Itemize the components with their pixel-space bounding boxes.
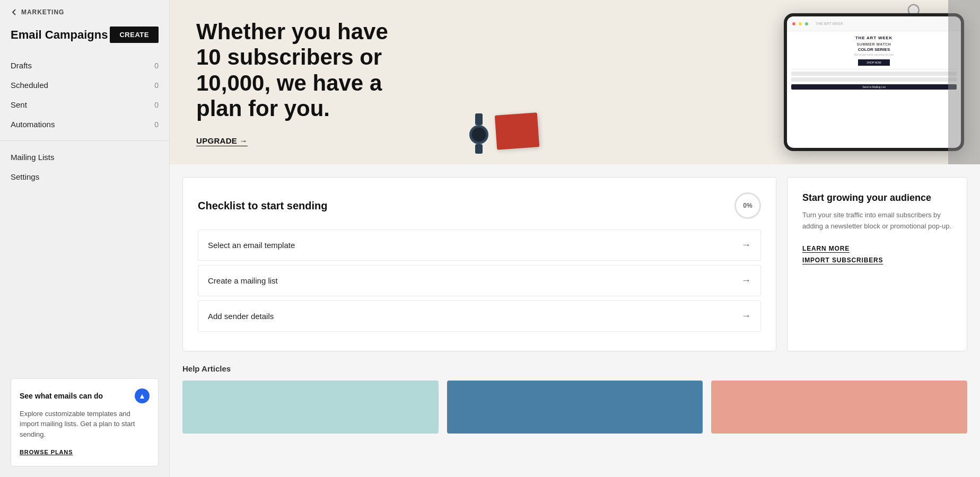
tablet-mockup: THE ART WEEK THE ART WEEK SUMMER WATCH C… xyxy=(784,13,964,151)
tablet-body: THE ART WEEK SUMMER WATCH COLOR SERIES W… xyxy=(787,31,961,94)
watch-strap-bottom xyxy=(475,144,483,154)
tablet-nav-bar: THE ART WEEK xyxy=(787,16,961,31)
sidebar-nav: Drafts 0 Scheduled 0 Sent 0 Automations … xyxy=(0,56,169,187)
tablet-cta-button: SHOP NOW xyxy=(858,59,890,66)
audience-title: Start growing your audience xyxy=(802,192,952,204)
tablet-input-2 xyxy=(791,77,957,82)
sidebar-item-scheduled[interactable]: Scheduled 0 xyxy=(0,75,169,95)
watch-decoration xyxy=(469,113,488,154)
promo-icon: ▲ xyxy=(135,388,150,403)
sidebar-item-drafts[interactable]: Drafts 0 xyxy=(0,56,169,75)
promo-text: Explore customizable templates and impor… xyxy=(20,409,150,440)
watch-inner xyxy=(472,128,486,142)
audience-card: Start growing your audience Turn your si… xyxy=(787,177,967,351)
help-cards-container xyxy=(182,381,967,434)
checklist-card: Checklist to start sending 0% Select an … xyxy=(182,177,776,351)
tablet-campaign-title: COLOR SERIES xyxy=(791,47,957,52)
checklist-template-label: Select an email template xyxy=(208,241,295,250)
hero-image-area: THE ART WEEK THE ART WEEK SUMMER WATCH C… xyxy=(453,0,980,164)
nav-scheduled-count: 0 xyxy=(154,81,159,90)
nav-scheduled-label: Scheduled xyxy=(11,81,48,90)
tablet-brand-name: THE ART WEEK xyxy=(816,22,843,25)
tablet-input-1 xyxy=(791,72,957,76)
watch-strap-top xyxy=(475,113,483,125)
arrow-right-icon-2: → xyxy=(741,311,751,322)
hero-heading: Whether you have 10 subscribers or 10,00… xyxy=(196,19,408,121)
sidebar-item-settings[interactable]: Settings xyxy=(0,167,169,187)
learn-more-button[interactable]: LEARN MORE xyxy=(802,245,952,252)
nav-drafts-label: Drafts xyxy=(11,61,32,70)
sidebar-promo: See what emails can do ▲ Explore customi… xyxy=(11,378,159,467)
upgrade-button[interactable]: UPGRADE → xyxy=(196,136,248,145)
help-articles-section: Help Articles xyxy=(170,364,980,446)
sidebar-item-sent[interactable]: Sent 0 xyxy=(0,95,169,114)
side-panel-decoration xyxy=(948,0,980,164)
watch-face xyxy=(469,125,488,144)
bottom-area: Checklist to start sending 0% Select an … xyxy=(170,164,980,364)
sidebar-title: Email Campaigns xyxy=(11,28,108,42)
nav-sent-count: 0 xyxy=(154,101,159,109)
hero-banner: Whether you have 10 subscribers or 10,00… xyxy=(170,0,980,164)
nav-automations-count: 0 xyxy=(154,120,159,129)
checklist-item-mailing-list[interactable]: Create a mailing list → xyxy=(198,265,761,296)
browse-plans-button[interactable]: BROWSE PLANS xyxy=(20,449,73,455)
tablet-campaign-subtitle: SUMMER WATCH xyxy=(791,42,957,46)
sidebar-divider xyxy=(0,140,169,141)
help-card-1[interactable] xyxy=(182,381,439,434)
help-card-2[interactable] xyxy=(447,381,703,434)
help-card-3[interactable] xyxy=(711,381,967,434)
audience-description: Turn your site traffic into email subscr… xyxy=(802,210,952,232)
back-nav[interactable]: MARKETING xyxy=(0,0,169,21)
create-button[interactable]: CREATE xyxy=(110,26,159,43)
chevron-left-icon xyxy=(11,8,18,16)
checklist-sender-label: Add sender details xyxy=(208,312,274,321)
checklist-title: Checklist to start sending xyxy=(198,200,328,212)
nav-dot-yellow xyxy=(799,22,802,25)
checklist-header: Checklist to start sending 0% xyxy=(198,192,761,219)
nav-drafts-count: 0 xyxy=(154,61,159,70)
hero-text-area: Whether you have 10 subscribers or 10,00… xyxy=(170,0,435,164)
arrow-right-icon-1: → xyxy=(741,275,751,286)
red-book-decoration xyxy=(495,112,539,149)
tablet-send-btn: Send to Mailing List xyxy=(791,84,957,90)
sidebar: MARKETING Email Campaigns CREATE Drafts … xyxy=(0,0,170,477)
nav-dot-green xyxy=(805,22,808,25)
checklist-mailing-label: Create a mailing list xyxy=(208,276,278,285)
sidebar-item-mailing-lists[interactable]: Mailing Lists xyxy=(0,147,169,167)
tablet-campaign-tagline: We've got some surprises for you xyxy=(791,53,957,56)
nav-automations-label: Automations xyxy=(11,120,55,129)
main-content: Whether you have 10 subscribers or 10,00… xyxy=(170,0,980,477)
audience-links: LEARN MORE IMPORT SUBSCRIBERS xyxy=(802,245,952,264)
checklist-item-sender[interactable]: Add sender details → xyxy=(198,301,761,332)
back-label: MARKETING xyxy=(21,8,64,16)
checklist-item-template[interactable]: Select an email template → xyxy=(198,229,761,261)
tablet-form-area: Send to Mailing List xyxy=(791,69,957,90)
help-articles-title: Help Articles xyxy=(182,364,967,373)
import-subscribers-button[interactable]: IMPORT SUBSCRIBERS xyxy=(802,257,952,264)
sidebar-item-automations[interactable]: Automations 0 xyxy=(0,114,169,134)
promo-title: See what emails can do xyxy=(20,392,103,400)
tablet-campaign-brand: THE ART WEEK xyxy=(791,36,957,40)
nav-sent-label: Sent xyxy=(11,100,27,109)
progress-circle: 0% xyxy=(734,192,761,219)
nav-dot-red xyxy=(792,22,795,25)
promo-icon-symbol: ▲ xyxy=(138,392,146,400)
arrow-right-icon-0: → xyxy=(741,240,751,251)
promo-header: See what emails can do ▲ xyxy=(20,388,150,403)
tablet-screen: THE ART WEEK THE ART WEEK SUMMER WATCH C… xyxy=(787,16,961,148)
progress-value: 0% xyxy=(743,202,752,209)
sidebar-header: Email Campaigns CREATE xyxy=(0,21,169,56)
